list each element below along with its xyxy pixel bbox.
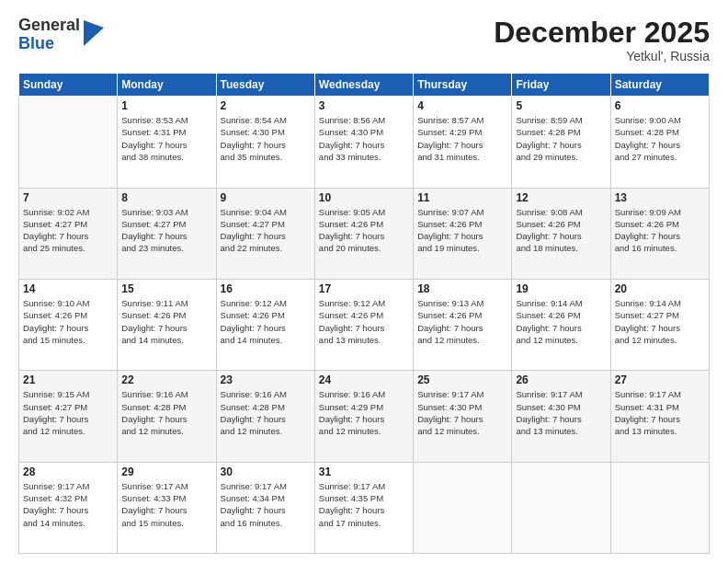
page: General Blue December 2025 Yetkul', Russ… [0, 0, 728, 563]
weekday-header: Wednesday [314, 74, 413, 97]
calendar-cell: 8Sunrise: 9:03 AM Sunset: 4:27 PM Daylig… [118, 188, 216, 279]
calendar-cell [19, 97, 118, 188]
logo-text: General Blue [18, 17, 80, 53]
logo-icon [84, 20, 104, 46]
day-number: 23 [221, 373, 311, 386]
month-title: December 2025 [494, 17, 710, 49]
calendar-cell: 16Sunrise: 9:12 AM Sunset: 4:26 PM Dayli… [216, 279, 314, 370]
day-info: Sunrise: 9:12 AM Sunset: 4:26 PM Dayligh… [221, 297, 311, 346]
day-number: 24 [319, 373, 409, 386]
calendar-cell: 7Sunrise: 9:02 AM Sunset: 4:27 PM Daylig… [19, 188, 118, 279]
day-info: Sunrise: 9:17 AM Sunset: 4:32 PM Dayligh… [23, 480, 113, 529]
day-info: Sunrise: 9:17 AM Sunset: 4:33 PM Dayligh… [121, 480, 211, 529]
calendar-cell: 19Sunrise: 9:14 AM Sunset: 4:26 PM Dayli… [512, 279, 610, 370]
calendar-cell: 13Sunrise: 9:09 AM Sunset: 4:26 PM Dayli… [610, 188, 709, 279]
calendar-week-row: 14Sunrise: 9:10 AM Sunset: 4:26 PM Dayli… [19, 279, 710, 370]
day-number: 1 [121, 99, 211, 112]
day-info: Sunrise: 9:16 AM Sunset: 4:28 PM Dayligh… [121, 388, 211, 437]
day-number: 11 [417, 191, 507, 204]
day-number: 8 [121, 191, 211, 204]
calendar-cell [512, 462, 610, 553]
day-number: 6 [615, 99, 705, 112]
calendar-cell: 1Sunrise: 8:53 AM Sunset: 4:31 PM Daylig… [118, 97, 216, 188]
day-number: 15 [121, 282, 211, 295]
weekday-header: Sunday [19, 74, 118, 97]
logo-blue: Blue [18, 35, 80, 53]
day-number: 19 [516, 282, 606, 295]
day-info: Sunrise: 8:57 AM Sunset: 4:29 PM Dayligh… [417, 114, 507, 163]
day-info: Sunrise: 9:07 AM Sunset: 4:26 PM Dayligh… [417, 206, 507, 255]
calendar-cell: 22Sunrise: 9:16 AM Sunset: 4:28 PM Dayli… [118, 371, 216, 462]
calendar-cell: 21Sunrise: 9:15 AM Sunset: 4:27 PM Dayli… [19, 371, 118, 462]
location: Yetkul', Russia [494, 49, 710, 63]
svg-marker-0 [84, 20, 104, 46]
day-info: Sunrise: 9:14 AM Sunset: 4:27 PM Dayligh… [615, 297, 705, 346]
calendar-cell: 28Sunrise: 9:17 AM Sunset: 4:32 PM Dayli… [19, 462, 118, 553]
day-info: Sunrise: 9:16 AM Sunset: 4:29 PM Dayligh… [319, 388, 409, 437]
calendar-cell: 24Sunrise: 9:16 AM Sunset: 4:29 PM Dayli… [314, 371, 413, 462]
day-number: 9 [221, 191, 311, 204]
day-number: 21 [23, 373, 113, 386]
day-number: 30 [221, 465, 311, 478]
calendar-cell: 14Sunrise: 9:10 AM Sunset: 4:26 PM Dayli… [19, 279, 118, 370]
day-info: Sunrise: 8:54 AM Sunset: 4:30 PM Dayligh… [221, 114, 311, 163]
calendar-cell: 3Sunrise: 8:56 AM Sunset: 4:30 PM Daylig… [314, 97, 413, 188]
day-info: Sunrise: 9:05 AM Sunset: 4:26 PM Dayligh… [319, 206, 409, 255]
day-number: 12 [516, 191, 606, 204]
day-number: 16 [221, 282, 311, 295]
day-number: 28 [23, 465, 113, 478]
day-number: 31 [319, 465, 409, 478]
calendar-cell: 23Sunrise: 9:16 AM Sunset: 4:28 PM Dayli… [216, 371, 314, 462]
weekday-header: Friday [512, 74, 610, 97]
day-info: Sunrise: 9:14 AM Sunset: 4:26 PM Dayligh… [516, 297, 606, 346]
calendar-cell: 5Sunrise: 8:59 AM Sunset: 4:28 PM Daylig… [512, 97, 610, 188]
calendar-cell: 20Sunrise: 9:14 AM Sunset: 4:27 PM Dayli… [610, 279, 709, 370]
weekday-header: Thursday [414, 74, 512, 97]
calendar-cell: 27Sunrise: 9:17 AM Sunset: 4:31 PM Dayli… [610, 371, 709, 462]
day-info: Sunrise: 9:02 AM Sunset: 4:27 PM Dayligh… [23, 206, 113, 255]
calendar-cell: 25Sunrise: 9:17 AM Sunset: 4:30 PM Dayli… [414, 371, 512, 462]
day-number: 29 [121, 465, 211, 478]
day-number: 10 [319, 191, 409, 204]
header: General Blue December 2025 Yetkul', Russ… [18, 17, 710, 63]
calendar-cell: 17Sunrise: 9:12 AM Sunset: 4:26 PM Dayli… [314, 279, 413, 370]
calendar-week-row: 28Sunrise: 9:17 AM Sunset: 4:32 PM Dayli… [19, 462, 710, 553]
day-info: Sunrise: 9:09 AM Sunset: 4:26 PM Dayligh… [615, 206, 705, 255]
day-info: Sunrise: 8:56 AM Sunset: 4:30 PM Dayligh… [319, 114, 409, 163]
weekday-header: Tuesday [216, 74, 314, 97]
logo: General Blue [18, 17, 104, 53]
day-info: Sunrise: 9:12 AM Sunset: 4:26 PM Dayligh… [319, 297, 409, 346]
day-info: Sunrise: 9:00 AM Sunset: 4:28 PM Dayligh… [615, 114, 705, 163]
weekday-header: Monday [118, 74, 216, 97]
title-block: December 2025 Yetkul', Russia [494, 17, 710, 63]
calendar-cell: 26Sunrise: 9:17 AM Sunset: 4:30 PM Dayli… [512, 371, 610, 462]
day-info: Sunrise: 9:17 AM Sunset: 4:30 PM Dayligh… [417, 388, 507, 437]
calendar-cell: 29Sunrise: 9:17 AM Sunset: 4:33 PM Dayli… [118, 462, 216, 553]
day-info: Sunrise: 9:17 AM Sunset: 4:31 PM Dayligh… [615, 388, 705, 437]
calendar-table: SundayMondayTuesdayWednesdayThursdayFrid… [18, 73, 710, 554]
day-info: Sunrise: 8:53 AM Sunset: 4:31 PM Dayligh… [121, 114, 211, 163]
calendar-cell [610, 462, 709, 553]
day-info: Sunrise: 9:11 AM Sunset: 4:26 PM Dayligh… [121, 297, 211, 346]
day-number: 13 [615, 191, 705, 204]
calendar-week-row: 21Sunrise: 9:15 AM Sunset: 4:27 PM Dayli… [19, 371, 710, 462]
calendar-cell: 18Sunrise: 9:13 AM Sunset: 4:26 PM Dayli… [414, 279, 512, 370]
day-number: 2 [221, 99, 311, 112]
day-info: Sunrise: 9:13 AM Sunset: 4:26 PM Dayligh… [417, 297, 507, 346]
calendar-cell [414, 462, 512, 553]
calendar-cell: 12Sunrise: 9:08 AM Sunset: 4:26 PM Dayli… [512, 188, 610, 279]
day-info: Sunrise: 8:59 AM Sunset: 4:28 PM Dayligh… [516, 114, 606, 163]
calendar-cell: 4Sunrise: 8:57 AM Sunset: 4:29 PM Daylig… [414, 97, 512, 188]
calendar-cell: 9Sunrise: 9:04 AM Sunset: 4:27 PM Daylig… [216, 188, 314, 279]
day-number: 17 [319, 282, 409, 295]
day-info: Sunrise: 9:17 AM Sunset: 4:34 PM Dayligh… [221, 480, 311, 529]
weekday-header: Saturday [610, 74, 709, 97]
day-info: Sunrise: 9:04 AM Sunset: 4:27 PM Dayligh… [221, 206, 311, 255]
day-info: Sunrise: 9:03 AM Sunset: 4:27 PM Dayligh… [121, 206, 211, 255]
day-info: Sunrise: 9:17 AM Sunset: 4:35 PM Dayligh… [319, 480, 409, 529]
day-number: 26 [516, 373, 606, 386]
day-info: Sunrise: 9:08 AM Sunset: 4:26 PM Dayligh… [516, 206, 606, 255]
day-number: 20 [615, 282, 705, 295]
day-number: 27 [615, 373, 705, 386]
day-number: 3 [319, 99, 409, 112]
